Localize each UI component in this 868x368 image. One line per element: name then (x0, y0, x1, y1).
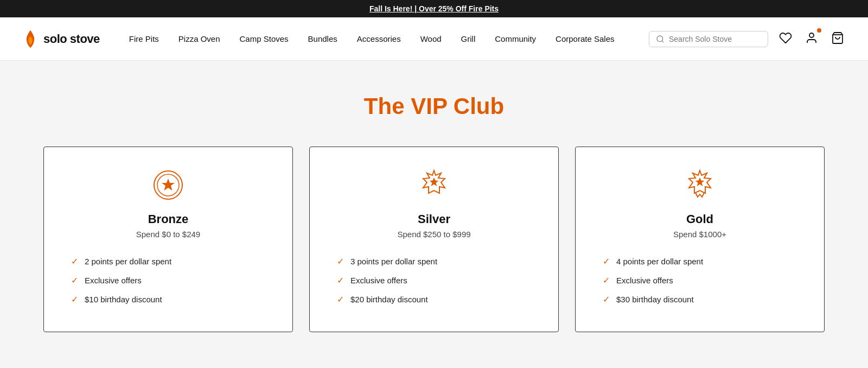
user-icon (805, 31, 818, 45)
silver-features-list: ✓ 3 points per dollar spent ✓ Exclusive … (331, 256, 537, 304)
nav-item-community[interactable]: Community (485, 34, 546, 43)
gold-features-list: ✓ 4 points per dollar spent ✓ Exclusive … (597, 256, 802, 304)
svg-point-1 (809, 33, 814, 37)
vip-cards-grid: Bronze Spend $0 to $249 ✓ 2 points per d… (43, 147, 825, 332)
bronze-feature-2: ✓ Exclusive offers (71, 275, 271, 285)
promo-banner: Fall Is Here! | Over 25% Off Fire Pits (0, 0, 868, 17)
gold-feature-1: ✓ 4 points per dollar spent (603, 256, 802, 267)
bronze-card: Bronze Spend $0 to $249 ✓ 2 points per d… (43, 147, 293, 332)
check-icon: ✓ (603, 256, 610, 267)
check-icon: ✓ (603, 275, 610, 285)
check-icon: ✓ (337, 294, 344, 304)
check-icon: ✓ (71, 256, 78, 267)
check-icon: ✓ (71, 294, 78, 304)
check-icon: ✓ (603, 294, 610, 304)
search-input[interactable] (669, 35, 761, 43)
account-button[interactable] (803, 29, 820, 48)
silver-feature-1: ✓ 3 points per dollar spent (337, 256, 537, 267)
svg-point-0 (657, 36, 663, 42)
nav-item-corporate-sales[interactable]: Corporate Sales (546, 34, 624, 43)
main-nav: Fire Pits Pizza Oven Camp Stoves Bundles… (119, 34, 649, 43)
silver-icon (418, 169, 450, 204)
main-content: The VIP Club Bronze Spend $0 to $249 ✓ 2… (0, 61, 868, 368)
heart-icon (779, 31, 792, 45)
site-header: solo stove Fire Pits Pizza Oven Camp Sto… (0, 17, 868, 61)
bronze-spend-label: Spend $0 to $249 (136, 230, 200, 239)
bronze-feature-1: ✓ 2 points per dollar spent (71, 256, 271, 267)
silver-card: Silver Spend $250 to $999 ✓ 3 points per… (309, 147, 559, 332)
nav-item-grill[interactable]: Grill (451, 34, 486, 43)
header-actions (649, 29, 846, 48)
svg-marker-5 (162, 179, 175, 191)
gold-card: Gold Spend $1000+ ✓ 4 points per dollar … (575, 147, 825, 332)
gold-tier-label: Gold (686, 212, 713, 226)
svg-marker-9 (695, 177, 704, 186)
search-box[interactable] (649, 31, 768, 47)
gold-feature-2: ✓ Exclusive offers (603, 275, 802, 285)
promo-banner-link[interactable]: Fall Is Here! | Over 25% Off Fire Pits (369, 4, 499, 13)
logo-text: solo stove (43, 32, 100, 46)
nav-item-accessories[interactable]: Accessories (347, 34, 411, 43)
cart-icon (831, 31, 844, 45)
bronze-icon (152, 169, 184, 204)
wishlist-button[interactable] (777, 29, 794, 48)
logo-link[interactable]: solo stove (22, 29, 100, 49)
logo-flame-icon (22, 29, 39, 49)
check-icon: ✓ (337, 256, 344, 267)
check-icon: ✓ (337, 275, 344, 285)
nav-item-fire-pits[interactable]: Fire Pits (119, 34, 169, 43)
gold-icon (684, 169, 716, 204)
cart-button[interactable] (829, 29, 846, 48)
silver-tier-label: Silver (418, 212, 450, 226)
gold-feature-3: ✓ $30 birthday discount (603, 294, 802, 304)
nav-item-wood[interactable]: Wood (411, 34, 451, 43)
bronze-feature-3: ✓ $10 birthday discount (71, 294, 271, 304)
page-title: The VIP Club (43, 93, 825, 119)
nav-item-camp-stoves[interactable]: Camp Stoves (230, 34, 298, 43)
silver-spend-label: Spend $250 to $999 (397, 230, 470, 239)
nav-item-pizza-oven[interactable]: Pizza Oven (169, 34, 230, 43)
search-icon (656, 35, 665, 43)
bronze-tier-label: Bronze (148, 212, 189, 226)
silver-feature-2: ✓ Exclusive offers (337, 275, 537, 285)
nav-item-bundles[interactable]: Bundles (298, 34, 347, 43)
bronze-features-list: ✓ 2 points per dollar spent ✓ Exclusive … (66, 256, 271, 304)
account-notification-badge (817, 28, 821, 33)
gold-spend-label: Spend $1000+ (673, 230, 726, 239)
svg-marker-7 (430, 177, 438, 186)
check-icon: ✓ (71, 275, 78, 285)
silver-feature-3: ✓ $20 birthday discount (337, 294, 537, 304)
